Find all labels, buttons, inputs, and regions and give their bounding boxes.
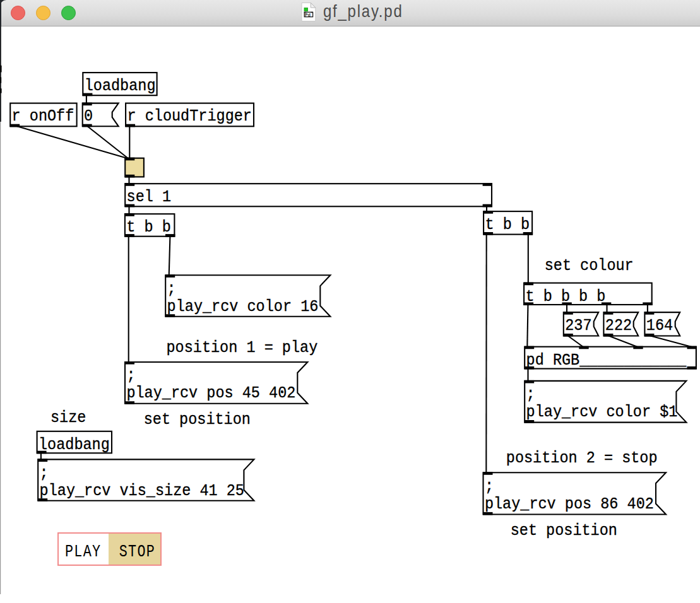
svg-text:Pd: Pd xyxy=(305,13,311,17)
